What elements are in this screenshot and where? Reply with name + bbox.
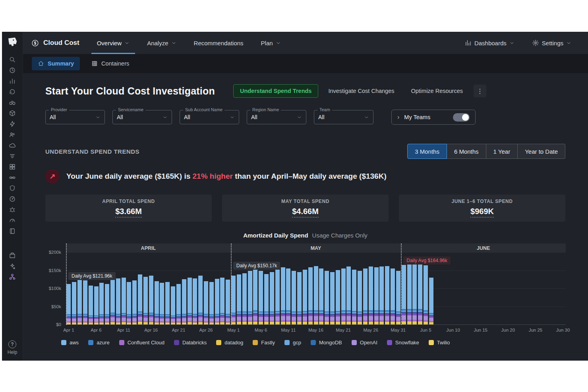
my-teams-toggle[interactable] [453,113,470,122]
spend-bar-day-30[interactable] [231,276,236,324]
spend-bar-day-19[interactable] [171,286,175,324]
spend-bar-day-49[interactable] [336,270,340,324]
spend-bar-day-18[interactable] [165,282,170,324]
sidebar-search-button[interactable] [5,54,20,65]
card-value[interactable]: $3.66M [115,207,142,218]
sidebar-history-button[interactable] [5,65,20,75]
spend-bar-day-16[interactable] [155,281,159,324]
legend-item-mongodb[interactable]: MongoDB [311,340,342,346]
spend-bar-day-34[interactable] [253,268,257,324]
spend-bar-day-59[interactable] [391,268,395,324]
sidebar-integrations-button[interactable] [5,172,20,183]
spend-bar-day-28[interactable] [220,278,224,324]
spend-bar-day-35[interactable] [259,271,263,324]
spend-bar-day-24[interactable] [198,276,203,324]
investigate-cost-changes-button[interactable]: Investigate Cost Changes [321,84,401,98]
nav-item-settings[interactable]: Settings [523,32,580,54]
spend-bar-day-9[interactable] [116,278,120,324]
sidebar-events-button[interactable] [5,118,20,129]
range-3-months-button[interactable]: 3 Months [407,144,447,159]
spend-bar-day-56[interactable] [374,267,379,324]
spend-bar-day-29[interactable] [226,280,230,324]
spend-bar-day-8[interactable] [110,276,115,324]
spend-bar-day-64[interactable] [418,264,422,324]
spend-bar-day-65[interactable] [424,265,428,324]
filter-servicename[interactable]: ServicenameAll [112,110,172,124]
spend-bar-day-58[interactable] [385,266,389,324]
tab-summary[interactable]: Summary [32,57,80,70]
spend-bar-day-22[interactable] [188,278,192,324]
sidebar-metrics-button[interactable] [5,75,20,86]
nav-item-analyze[interactable]: Analyze [138,32,185,54]
sidebar-cloud-button[interactable] [5,140,20,151]
spend-bar-day-3[interactable] [83,280,87,324]
spend-bar-day-25[interactable] [204,281,208,324]
legend-item-databricks[interactable]: Databricks [174,340,207,346]
spend-bar-day-41[interactable] [292,271,296,324]
sidebar-security-button[interactable] [5,183,20,193]
spend-bar-day-36[interactable] [264,274,269,324]
spend-bar-day-10[interactable] [122,278,126,324]
sidebar-infrastructure-button[interactable] [5,108,20,118]
spend-bar-day-47[interactable] [325,271,329,324]
sidebar-monitors-button[interactable] [5,215,20,226]
spend-bar-day-7[interactable] [105,284,109,324]
legend-item-gcp[interactable]: gcp [284,340,301,346]
filter-sub-account-name[interactable]: Sub Account NameAll [180,110,239,124]
sidebar-rum-button[interactable] [5,261,20,271]
spend-bar-day-33[interactable] [248,271,252,324]
spend-bar-day-27[interactable] [215,279,219,324]
spend-bar-day-53[interactable] [358,271,362,324]
spend-bar-day-37[interactable] [270,272,274,324]
legend-item-azure[interactable]: azure [88,340,110,346]
spend-bar-day-63[interactable] [412,262,417,324]
spend-bar-day-60[interactable] [396,271,400,324]
range-1-year-button[interactable]: 1 Year [486,144,518,159]
legend-item-confluent-cloud[interactable]: Confluent Cloud [119,340,164,346]
nav-item-dashboards[interactable]: Dashboards [456,32,523,54]
spend-bar-day-15[interactable] [149,276,153,324]
sidebar-dashboards-list-button[interactable] [5,161,20,172]
spend-bar-day-4[interactable] [89,286,93,324]
filter-region-name[interactable]: Region NameAll [247,110,306,124]
legend-item-snowflake[interactable]: Snowflake [387,340,419,346]
spend-bar-day-43[interactable] [303,270,307,324]
spend-bar-day-12[interactable] [132,280,137,324]
sidebar-notebooks-button[interactable] [5,226,20,236]
spend-bar-day-13[interactable] [138,274,142,324]
spend-bar-day-38[interactable] [275,270,280,324]
nav-item-overview[interactable]: Overview [88,32,139,54]
spend-bar-day-20[interactable] [176,284,181,324]
legend-item-fastly[interactable]: Fastly [253,340,275,346]
spend-bar-day-32[interactable] [242,273,247,324]
spend-bar-day-44[interactable] [308,267,313,324]
my-teams-control[interactable]: › My Teams [391,110,476,125]
filter-provider[interactable]: ProviderAll [45,110,105,124]
spend-bar-day-2[interactable] [77,279,82,324]
card-value[interactable]: $4.66M [292,207,319,218]
spend-bar-day-11[interactable] [127,282,131,324]
spend-bar-day-1[interactable] [72,282,76,324]
spend-bar-day-17[interactable] [160,283,164,324]
sidebar-apm-button[interactable] [5,97,20,108]
spend-bar-day-0[interactable] [66,284,71,324]
tab-containers[interactable]: Containers [85,57,135,70]
legend-item-twilio[interactable]: Twilio [429,340,450,346]
sidebar-bug-button[interactable] [5,204,20,215]
spend-bar-day-57[interactable] [379,266,384,324]
spend-bar-day-31[interactable] [237,274,241,324]
spend-bar-day-42[interactable] [297,272,302,324]
spend-bar-day-6[interactable] [99,283,104,324]
nav-item-plan[interactable]: Plan [252,32,290,54]
sidebar-cloud-cost-button[interactable] [5,271,20,282]
spend-bar-day-66[interactable] [429,278,433,324]
spend-bar-day-51[interactable] [346,266,351,324]
legend-item-openai[interactable]: OpenAI [352,340,377,346]
spend-bar-day-40[interactable] [286,268,290,324]
spend-bar-day-54[interactable] [363,268,368,324]
optimize-resources-button[interactable]: Optimize Resources [404,84,470,98]
spend-bar-day-48[interactable] [330,272,335,324]
spend-bar-day-46[interactable] [319,268,323,324]
chevron-right-icon[interactable]: › [397,114,399,120]
spend-bar-day-50[interactable] [341,268,346,324]
